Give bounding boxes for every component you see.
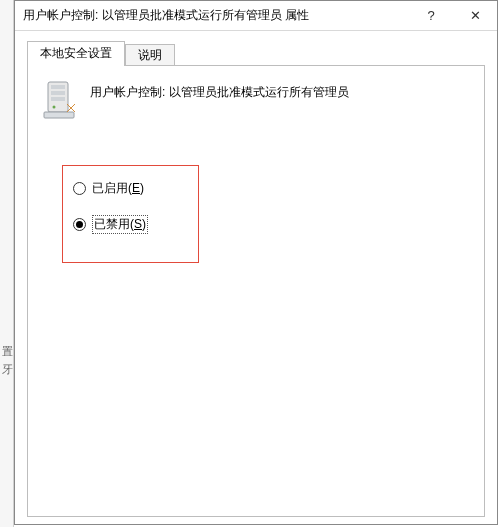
window-title: 用户帐户控制: 以管理员批准模式运行所有管理员 属性 (15, 7, 409, 24)
tab-strip: 本地安全设置 说明 (27, 41, 485, 65)
radio-indicator-disabled (73, 218, 86, 231)
radio-option-enabled[interactable]: 已启用(E) (73, 180, 188, 197)
dialog-body: 本地安全设置 说明 用户帐 (15, 31, 497, 527)
edge-char-2: 牙 (2, 362, 13, 377)
help-icon: ? (427, 8, 434, 23)
titlebar[interactable]: 用户帐户控制: 以管理员批准模式运行所有管理员 属性 ? ✕ (15, 1, 497, 31)
radio-group-highlight: 已启用(E) 已禁用(S) (62, 165, 199, 263)
close-icon: ✕ (470, 8, 481, 23)
tab-label: 说明 (138, 48, 162, 62)
properties-dialog: 用户帐户控制: 以管理员批准模式运行所有管理员 属性 ? ✕ 本地安全设置 说明 (14, 0, 498, 525)
svg-point-4 (53, 106, 56, 109)
tab-local-security-settings[interactable]: 本地安全设置 (27, 41, 125, 66)
radio-option-disabled[interactable]: 已禁用(S) (73, 215, 188, 234)
adjacent-panel-edge: 置 牙 (0, 0, 14, 527)
svg-rect-1 (51, 85, 65, 89)
server-icon (42, 80, 78, 123)
radio-label-enabled: 已启用(E) (92, 180, 144, 197)
svg-rect-5 (44, 112, 74, 118)
radio-indicator-enabled (73, 182, 86, 195)
svg-rect-2 (51, 91, 65, 95)
policy-header: 用户帐户控制: 以管理员批准模式运行所有管理员 (42, 80, 470, 123)
tab-label: 本地安全设置 (40, 46, 112, 60)
tab-explain[interactable]: 说明 (125, 44, 175, 67)
close-button[interactable]: ✕ (453, 1, 497, 31)
svg-rect-3 (51, 97, 65, 101)
tab-panel-local-security: 用户帐户控制: 以管理员批准模式运行所有管理员 已启用(E) 已禁用(S) (27, 65, 485, 517)
help-button[interactable]: ? (409, 1, 453, 31)
policy-name-label: 用户帐户控制: 以管理员批准模式运行所有管理员 (90, 80, 349, 101)
edge-char-1: 置 (2, 344, 13, 359)
radio-label-disabled: 已禁用(S) (92, 215, 148, 234)
